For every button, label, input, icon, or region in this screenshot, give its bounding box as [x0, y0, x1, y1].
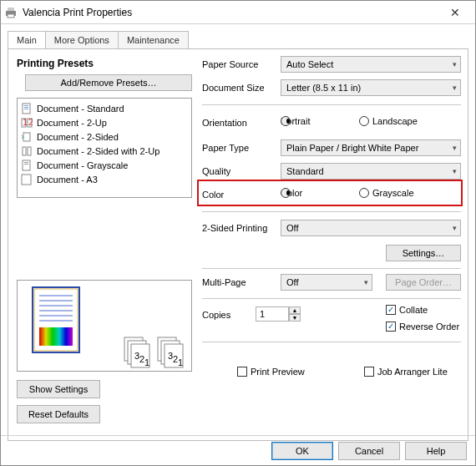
dialog-button-bar: OK Cancel Help: [1, 435, 475, 465]
quality-label: Quality: [202, 166, 230, 176]
preset-list[interactable]: Document - Standard 12 Document - 2-Up D…: [17, 98, 192, 198]
preset-item-2sided-2up[interactable]: Document - 2-Sided with 2-Up: [21, 144, 188, 158]
svg-rect-11: [23, 133, 30, 141]
two-sided-select[interactable]: Off▾: [281, 220, 461, 236]
tab-strip: Main More Options Maintenance: [1, 24, 475, 48]
two-up-icon: 12: [21, 117, 33, 129]
titlebar: Valencia Print Properties ✕: [1, 1, 475, 24]
collate-label: Collate: [399, 305, 428, 315]
tab-more-options[interactable]: More Options: [45, 31, 119, 48]
preset-label: Document - 2-Sided: [37, 132, 119, 142]
separator: [202, 211, 461, 212]
copies-input[interactable]: [256, 306, 289, 322]
chevron-down-icon: ▾: [453, 144, 457, 152]
svg-rect-1: [8, 8, 14, 11]
checkbox-empty-icon: [364, 367, 374, 377]
reset-defaults-button[interactable]: Reset Defaults: [17, 405, 100, 423]
two-sided-label: 2-Sided Printing: [202, 223, 267, 233]
job-arranger-checkbox[interactable]: Job Arranger Lite: [364, 367, 448, 377]
paper-type-value: Plain Paper / Bright White Paper: [286, 143, 418, 153]
grayscale-icon: [21, 160, 33, 171]
color-label: Color: [202, 190, 224, 200]
chevron-down-icon: ▾: [453, 60, 457, 68]
document-size-value: Letter (8.5 x 11 in): [286, 83, 361, 93]
paper-type-label: Paper Type: [202, 143, 249, 153]
printer-icon: [4, 6, 18, 19]
svg-rect-16: [24, 164, 28, 165]
svg-rect-17: [22, 175, 31, 185]
preset-item-2up[interactable]: 12 Document - 2-Up: [21, 115, 188, 129]
window-title: Valencia Print Properties: [23, 7, 438, 18]
quality-value: Standard: [286, 166, 324, 176]
svg-text:1: 1: [144, 357, 149, 367]
preset-label: Document - Grayscale: [37, 160, 128, 170]
preset-item-2sided[interactable]: Document - 2-Sided: [21, 129, 188, 144]
two-sided-icon: [21, 131, 33, 143]
document-size-select[interactable]: Letter (8.5 x 11 in)▾: [281, 79, 461, 96]
svg-text:1: 1: [23, 117, 28, 127]
preset-label: Document - A3: [37, 175, 98, 185]
two-sided-value: Off: [286, 223, 298, 233]
tab-maintenance[interactable]: Maintenance: [118, 31, 189, 48]
checkbox-checked-icon: ✓: [386, 322, 396, 332]
print-properties-window: Valencia Print Properties ✕ Main More Op…: [0, 0, 476, 466]
preset-item-grayscale[interactable]: Document - Grayscale: [21, 158, 188, 172]
chevron-down-icon: ▾: [453, 167, 457, 175]
close-button[interactable]: ✕: [438, 6, 472, 19]
copies-spinner[interactable]: ▲▼: [256, 306, 301, 322]
show-settings-button[interactable]: Show Settings: [17, 380, 100, 398]
cancel-button[interactable]: Cancel: [338, 442, 400, 460]
preview-box: 321 321: [17, 280, 192, 372]
svg-text:2: 2: [28, 117, 33, 127]
separator: [202, 298, 461, 299]
svg-rect-12: [23, 147, 26, 155]
main-panel: Printing Presets Add/Remove Presets… Doc…: [8, 48, 468, 441]
svg-rect-2: [8, 14, 14, 18]
paper-type-select[interactable]: Plain Paper / Bright White Paper▾: [281, 139, 461, 156]
two-sided-settings-button[interactable]: Settings…: [386, 245, 461, 261]
svg-rect-4: [24, 105, 28, 106]
collate-checkbox[interactable]: ✓Collate: [386, 305, 428, 315]
chevron-down-icon: ▾: [453, 224, 457, 232]
paper-source-value: Auto Select: [286, 59, 333, 69]
separator: [202, 268, 461, 269]
checkbox-checked-icon: ✓: [386, 305, 396, 315]
document-size-label: Document Size: [202, 83, 265, 93]
multi-page-value: Off: [286, 277, 298, 287]
help-button[interactable]: Help: [405, 442, 467, 460]
color-grayscale-radio[interactable]: Grayscale: [359, 188, 414, 198]
color-color-radio[interactable]: Color: [281, 188, 302, 198]
chevron-down-icon: ▾: [364, 278, 368, 286]
print-preview-checkbox[interactable]: Print Preview: [237, 367, 305, 377]
radio-dot-icon: [281, 116, 291, 126]
job-arranger-label: Job Arranger Lite: [377, 367, 448, 377]
spinner-down-icon[interactable]: ▼: [289, 314, 301, 322]
reverse-order-checkbox[interactable]: ✓Reverse Order: [386, 322, 459, 332]
color-grayscale-label: Grayscale: [372, 188, 414, 198]
radio-dot-icon: [281, 188, 291, 198]
preset-label: Document - 2-Sided with 2-Up: [37, 146, 160, 156]
orientation-portrait-radio[interactable]: Portrait: [281, 116, 310, 126]
quality-select[interactable]: Standard▾: [281, 163, 461, 180]
radio-empty-icon: [359, 116, 369, 126]
reverse-order-label: Reverse Order: [399, 322, 459, 332]
paper-source-select[interactable]: Auto Select▾: [281, 56, 461, 73]
preset-item-a3[interactable]: Document - A3: [21, 172, 188, 186]
preset-item-standard[interactable]: Document - Standard: [21, 101, 188, 115]
svg-rect-15: [24, 162, 28, 163]
orientation-landscape-radio[interactable]: Landscape: [359, 116, 418, 126]
multi-page-select[interactable]: Off▾: [281, 274, 372, 291]
separator: [202, 342, 461, 342]
ok-button[interactable]: OK: [271, 442, 333, 460]
radio-empty-icon: [359, 188, 369, 198]
svg-rect-26: [39, 327, 73, 346]
spinner-up-icon[interactable]: ▲: [289, 306, 301, 314]
tab-main[interactable]: Main: [8, 31, 46, 48]
orientation-label: Orientation: [202, 118, 247, 128]
preset-label: Document - Standard: [37, 104, 124, 114]
svg-rect-14: [23, 160, 30, 170]
svg-rect-13: [28, 147, 31, 155]
multi-page-label: Multi-Page: [202, 277, 246, 287]
add-remove-presets-button[interactable]: Add/Remove Presets…: [25, 74, 192, 91]
svg-rect-6: [24, 109, 28, 109]
